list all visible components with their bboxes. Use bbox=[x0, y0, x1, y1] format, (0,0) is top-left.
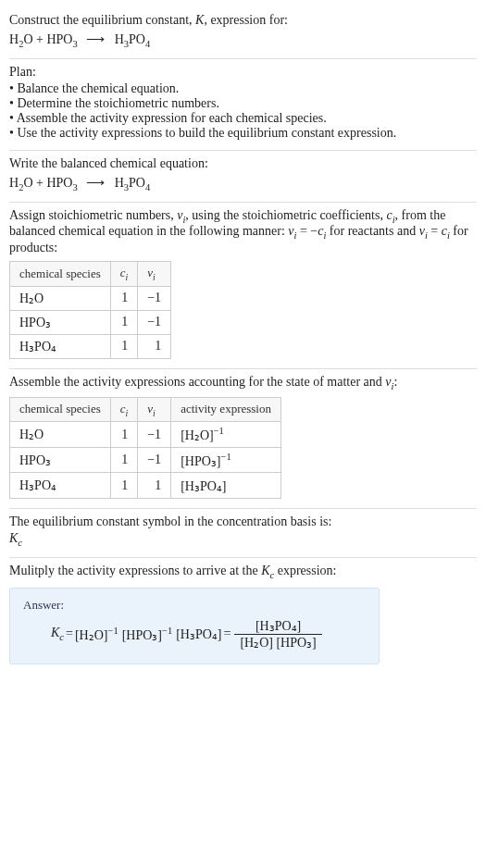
col-species: chemical species bbox=[10, 397, 111, 422]
equals-2: = bbox=[224, 626, 231, 641]
cell-nui: −1 bbox=[138, 422, 171, 448]
plan-item: Assemble the activity expression for eac… bbox=[9, 111, 477, 126]
balanced-section: Write the balanced chemical equation: H2… bbox=[9, 151, 477, 202]
cell-nui: −1 bbox=[138, 286, 171, 310]
reaction-balanced: H2O + HPO3 ⟶ H3PO4 bbox=[9, 175, 477, 192]
table-header-row: chemical species ci νi bbox=[10, 262, 171, 287]
plan-item: Use the activity expressions to build th… bbox=[9, 126, 477, 141]
plus-1: + bbox=[36, 32, 46, 46]
cell-nui: −1 bbox=[138, 310, 171, 334]
cell-ci: 1 bbox=[110, 310, 138, 334]
reaction-unbalanced: H2O + HPO3 ⟶ H3PO4 bbox=[9, 31, 477, 49]
intro-post: , expression for: bbox=[204, 13, 288, 27]
table-row: H₂O 1 −1 bbox=[10, 286, 171, 310]
cell-species: H₃PO₄ bbox=[10, 334, 111, 358]
fraction-numerator: [H₃PO₄] bbox=[234, 618, 321, 635]
cell-species: HPO₃ bbox=[10, 447, 111, 473]
cell-species: HPO₃ bbox=[10, 310, 111, 334]
stoich-text: Assign stoichiometric numbers, νi, using… bbox=[9, 208, 477, 256]
table-row: H₂O 1 −1 [H₂O]−1 bbox=[10, 422, 281, 448]
col-nui: νi bbox=[138, 397, 171, 422]
cell-nui: 1 bbox=[138, 334, 171, 358]
activity-section: Assemble the activity expressions accoun… bbox=[9, 369, 477, 508]
cell-activity: [H₂O]−1 bbox=[171, 422, 281, 448]
table-row: HPO₃ 1 −1 [HPO₃]−1 bbox=[10, 447, 281, 473]
fraction: [H₃PO₄] [H₂O] [HPO₃] bbox=[234, 618, 321, 651]
table-row: HPO₃ 1 −1 bbox=[10, 310, 171, 334]
intro-pre: Construct the equilibrium constant, bbox=[9, 13, 195, 27]
cell-ci: 1 bbox=[110, 473, 138, 499]
kc-symbol-line: The equilibrium constant symbol in the c… bbox=[9, 515, 477, 529]
kc-symbol-section: The equilibrium constant symbol in the c… bbox=[9, 509, 477, 557]
cell-ci: 1 bbox=[110, 286, 138, 310]
cell-activity: [H₃PO₄] bbox=[171, 473, 281, 499]
col-ci: ci bbox=[110, 397, 138, 422]
cell-species: H₂O bbox=[10, 286, 111, 310]
plan-item: Balance the chemical equation. bbox=[9, 81, 477, 96]
activity-table: chemical species ci νi activity expressi… bbox=[9, 397, 281, 500]
activity-intro: Assemble the activity expressions accoun… bbox=[9, 375, 477, 391]
answer-label: Answer: bbox=[23, 598, 366, 613]
kc-lhs: Kc bbox=[51, 626, 64, 642]
cell-activity: [HPO₃]−1 bbox=[171, 447, 281, 473]
balanced-label: Write the balanced chemical equation: bbox=[9, 156, 477, 171]
fraction-denominator: [H₂O] [HPO₃] bbox=[234, 635, 321, 651]
answer-equation: Kc = [H₂O]−1 [HPO₃]−1 [H₃PO₄] = [H₃PO₄] … bbox=[23, 618, 366, 651]
reactant-1: H2O bbox=[9, 176, 33, 190]
reactant-2: HPO3 bbox=[46, 176, 77, 190]
intro-line: Construct the equilibrium constant, K, e… bbox=[9, 13, 477, 28]
cell-nui: 1 bbox=[138, 473, 171, 499]
cell-ci: 1 bbox=[110, 422, 138, 448]
kc-symbol: Kc bbox=[9, 531, 477, 548]
col-ci: ci bbox=[110, 262, 138, 287]
cell-nui: −1 bbox=[138, 447, 171, 473]
stoich-table: chemical species ci νi H₂O 1 −1 HPO₃ 1 −… bbox=[9, 261, 171, 359]
col-activity: activity expression bbox=[171, 397, 281, 422]
plus-1: + bbox=[36, 176, 46, 190]
col-species: chemical species bbox=[10, 262, 111, 287]
intro-section: Construct the equilibrium constant, K, e… bbox=[9, 7, 477, 58]
reactant-2: HPO3 bbox=[46, 32, 77, 46]
cell-species: H₃PO₄ bbox=[10, 473, 111, 499]
cell-ci: 1 bbox=[110, 447, 138, 473]
product-1: H3PO4 bbox=[115, 176, 151, 190]
cell-ci: 1 bbox=[110, 334, 138, 358]
term-2: [HPO₃]−1 bbox=[122, 626, 173, 643]
term-3: [H₃PO₄] bbox=[176, 626, 221, 642]
stoich-section: Assign stoichiometric numbers, νi, using… bbox=[9, 203, 477, 368]
plan-list: Balance the chemical equation. Determine… bbox=[9, 81, 477, 141]
equals-1: = bbox=[66, 626, 73, 641]
table-row: H₃PO₄ 1 1 [H₃PO₄] bbox=[10, 473, 281, 499]
reaction-arrow-icon: ⟶ bbox=[81, 176, 111, 190]
table-row: H₃PO₄ 1 1 bbox=[10, 334, 171, 358]
cell-species: H₂O bbox=[10, 422, 111, 448]
intro-k: K bbox=[195, 13, 204, 27]
multiply-line: Mulitply the activity expressions to arr… bbox=[9, 564, 477, 580]
plan-section: Plan: Balance the chemical equation. Det… bbox=[9, 59, 477, 150]
plan-item: Determine the stoichiometric numbers. bbox=[9, 96, 477, 111]
table-header-row: chemical species ci νi activity expressi… bbox=[10, 397, 281, 422]
col-nui: νi bbox=[138, 262, 171, 287]
multiply-section: Mulitply the activity expressions to arr… bbox=[9, 558, 477, 674]
product-1: H3PO4 bbox=[115, 32, 151, 46]
plan-title: Plan: bbox=[9, 65, 477, 80]
answer-box: Answer: Kc = [H₂O]−1 [HPO₃]−1 [H₃PO₄] = … bbox=[9, 588, 380, 664]
term-1: [H₂O]−1 bbox=[75, 626, 118, 643]
reaction-arrow-icon: ⟶ bbox=[81, 32, 111, 46]
reactant-1: H2O bbox=[9, 32, 33, 46]
